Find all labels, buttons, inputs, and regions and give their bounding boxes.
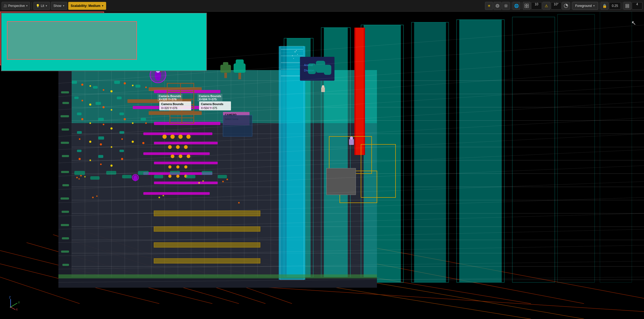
svg-point-148: [170, 135, 175, 139]
svg-point-122: [110, 90, 113, 92]
svg-point-2: [505, 5, 507, 7]
svg-point-113: [145, 122, 147, 124]
svg-rect-174: [279, 46, 305, 280]
svg-rect-6: [527, 6, 529, 8]
svg-line-271: [11, 303, 17, 307]
svg-point-153: [184, 145, 188, 149]
svg-point-236: [198, 182, 200, 184]
svg-point-104: [81, 84, 83, 86]
svg-rect-170: [224, 73, 227, 78]
chevron-down-show: ▼: [62, 5, 65, 7]
opacity-value-input[interactable]: [609, 2, 621, 10]
layers-icon-btn[interactable]: [623, 2, 631, 10]
layer-number-value[interactable]: 4: [632, 2, 642, 10]
svg-point-121: [89, 85, 91, 87]
svg-rect-83: [61, 224, 69, 226]
svg-point-119: [100, 163, 102, 165]
svg-point-129: [89, 141, 91, 143]
svg-rect-101: [77, 150, 81, 152]
axis-indicator: Z Y X: [5, 295, 21, 311]
svg-point-161: [176, 175, 179, 178]
show-button[interactable]: Show ▼: [51, 2, 67, 10]
svg-rect-8: [626, 4, 629, 5]
svg-point-275: [10, 307, 11, 308]
mini-viewport: [1, 13, 207, 71]
svg-rect-74: [62, 102, 69, 104]
svg-rect-72: [58, 277, 377, 288]
svg-point-132: [89, 160, 91, 161]
svg-point-147: [162, 135, 167, 139]
svg-point-114: [79, 138, 80, 140]
svg-rect-99: [98, 136, 104, 140]
svg-rect-169: [223, 62, 228, 66]
svg-rect-142: [143, 152, 210, 155]
svg-rect-213: [316, 61, 325, 73]
svg-rect-146: [143, 192, 210, 195]
svg-point-239: [163, 195, 164, 196]
svg-rect-257: [295, 51, 295, 52]
perspective-label: Perspective: [8, 4, 25, 8]
svg-rect-262: [321, 87, 325, 92]
foreground-button[interactable]: Foreground ▼: [572, 2, 598, 10]
lit-button[interactable]: 💡 Lit ▼: [33, 2, 50, 10]
svg-rect-84: [62, 237, 69, 239]
atmosphere-btn[interactable]: [493, 2, 501, 10]
svg-text:X: X: [16, 308, 18, 311]
lock-icon-btn[interactable]: 🔒: [600, 2, 608, 10]
angle-snap-value[interactable]: 10°: [551, 2, 561, 10]
lit-icon: 💡: [36, 4, 40, 8]
svg-point-107: [145, 87, 147, 88]
svg-rect-102: [98, 155, 103, 158]
toolbar-perspective-dropdown[interactable]: 🎥 Perspective ▼: [2, 2, 30, 10]
svg-rect-73: [61, 91, 69, 93]
svg-text:Camera Bounds: Camera Bounds: [161, 102, 183, 106]
chevron-down-lit: ▼: [45, 5, 48, 7]
separator-6: [622, 2, 622, 10]
svg-point-128: [132, 122, 134, 124]
svg-rect-171: [234, 63, 246, 73]
svg-point-0: [496, 4, 499, 7]
svg-rect-214: [324, 65, 331, 75]
svg-point-227: [76, 177, 78, 178]
svg-point-118: [79, 158, 81, 160]
grid-snap-value[interactable]: 10: [531, 2, 542, 10]
svg-rect-85: [61, 251, 69, 253]
svg-rect-5: [525, 6, 526, 8]
svg-line-273: [11, 307, 15, 310]
cursor-indicator: ↖: [631, 20, 636, 27]
svg-rect-98: [77, 131, 82, 134]
svg-rect-222: [186, 175, 195, 178]
settings-btn[interactable]: [502, 2, 510, 10]
svg-rect-264: [154, 211, 260, 216]
svg-rect-81: [61, 197, 69, 200]
svg-rect-75: [61, 115, 69, 117]
mode-btn[interactable]: [562, 2, 570, 10]
grid-btn[interactable]: [523, 2, 531, 10]
svg-point-159: [184, 165, 187, 169]
svg-rect-90: [135, 85, 140, 88]
svg-rect-210: [349, 139, 354, 145]
svg-point-109: [102, 106, 105, 108]
svg-text:Y: Y: [18, 301, 20, 304]
svg-rect-178: [281, 62, 303, 63]
svg-rect-268: [58, 274, 377, 278]
svg-rect-261: [293, 58, 294, 59]
svg-point-115: [100, 143, 102, 145]
svg-rect-103: [119, 150, 124, 152]
svg-point-130: [111, 146, 112, 148]
svg-rect-97: [141, 118, 146, 121]
svg-rect-79: [61, 171, 69, 173]
sun-icon-btn[interactable]: ☀: [485, 2, 493, 10]
scalability-button[interactable]: Scalability: Medium ▼: [68, 2, 106, 10]
separator-4: [571, 2, 571, 10]
chevron-down-scalability: ▼: [101, 5, 104, 7]
svg-text:Z: Z: [9, 296, 11, 299]
svg-rect-35: [459, 20, 502, 282]
svg-point-105: [103, 89, 104, 91]
svg-point-237: [203, 180, 204, 182]
perspective-icon: 🎥: [3, 4, 7, 8]
separator-3: [521, 2, 522, 10]
warning-icon-btn[interactable]: ⚠: [542, 2, 550, 10]
svg-point-131: [132, 141, 134, 143]
globe-btn[interactable]: 🌐: [512, 2, 520, 10]
